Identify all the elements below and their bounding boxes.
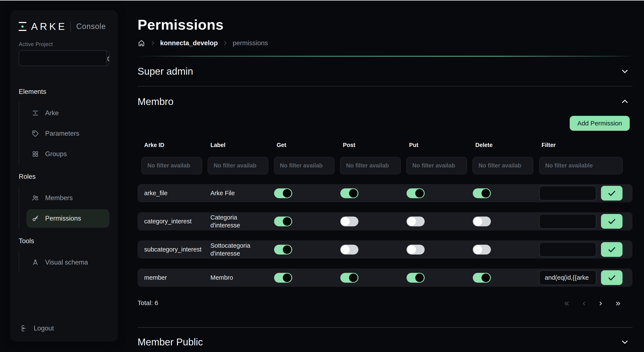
sidebar-group-elements: Arke Parameters Groups (19, 103, 110, 164)
column-filter-input (208, 157, 268, 174)
accordion-super-admin: Super admin (138, 57, 632, 86)
logout-button[interactable]: Logout (19, 324, 110, 332)
row-filter-input[interactable] (539, 186, 596, 201)
get-toggle[interactable] (274, 245, 292, 255)
sidebar-heading-elements: Elements (19, 88, 110, 96)
table-row: arke_file Arke File (138, 184, 632, 202)
row-label: Arke File (210, 189, 256, 197)
users-icon (32, 194, 39, 202)
column-header-arke-id: Arke ID (144, 142, 210, 148)
column-filter-input (142, 157, 202, 174)
row-arke-id: member (144, 274, 210, 281)
sidebar-item-label: Permissions (45, 215, 81, 222)
check-icon (607, 245, 616, 254)
sidebar-item-label: Groups (45, 150, 67, 158)
post-toggle[interactable] (340, 273, 358, 283)
table-row: member Membro (138, 269, 632, 287)
arke-mark-icon (32, 109, 39, 117)
row-arke-id: category_interest (144, 218, 210, 225)
post-toggle[interactable] (340, 217, 358, 226)
put-toggle[interactable] (406, 188, 425, 198)
put-toggle[interactable] (406, 217, 425, 226)
sidebar-heading-roles: Roles (19, 173, 110, 181)
first-page-button[interactable]: « (564, 299, 569, 307)
toggle-knob (341, 217, 350, 226)
table-toolbar: Add Permission (138, 116, 632, 131)
get-toggle[interactable] (274, 188, 292, 198)
get-toggle[interactable] (274, 273, 292, 283)
row-filter-input[interactable] (539, 242, 596, 257)
prev-page-button[interactable]: ‹ (583, 299, 586, 307)
row-filter-cell (539, 186, 632, 201)
copy-project-button[interactable] (106, 51, 110, 66)
brand-name: ARKE (31, 21, 67, 32)
toggle-knob (283, 189, 291, 198)
table-footer: Total: 6 «‹›» (138, 299, 632, 307)
brand-separator (70, 21, 71, 32)
put-toggle[interactable] (406, 245, 425, 255)
active-project-input[interactable] (19, 51, 106, 66)
row-filter-input[interactable] (539, 214, 596, 229)
sidebar-item-arke[interactable]: Arke (19, 103, 110, 123)
table-row: category_interest Categoria d'interesse (138, 212, 632, 230)
active-project-label: Active Project (19, 41, 110, 47)
delete-toggle[interactable] (473, 245, 491, 255)
delete-toggle[interactable] (473, 188, 491, 198)
delete-toggle[interactable] (473, 273, 491, 283)
sidebar-item-label: Arke (45, 109, 59, 117)
row-arke-id: subcategory_interest (144, 246, 210, 253)
sidebar-item-label: Parameters (45, 130, 79, 137)
post-toggle[interactable] (340, 188, 358, 198)
total-count: Total: 6 (138, 299, 158, 306)
toggle-knob (415, 273, 424, 282)
sidebar-item-parameters[interactable]: Parameters (19, 123, 110, 144)
logout-icon (20, 324, 28, 332)
toggle-knob (349, 189, 358, 198)
chevron-right-icon (222, 40, 228, 46)
column-header-put: Put (409, 142, 475, 148)
tag-icon (32, 130, 39, 137)
breadcrumb-project[interactable]: konnecta_develop (160, 39, 218, 47)
accordion-title: Membro (138, 96, 174, 107)
chevron-down-icon (620, 67, 630, 76)
row-filter-input[interactable] (539, 270, 596, 285)
breadcrumb-home[interactable] (138, 39, 145, 47)
accordion-header-super-admin[interactable]: Super admin (138, 57, 632, 86)
row-filter-cell (539, 242, 632, 257)
chevron-up-icon (620, 97, 630, 106)
sidebar-group-tools: Visual schema (19, 252, 110, 273)
column-filter-input (406, 157, 467, 174)
next-page-button[interactable]: › (599, 299, 602, 307)
accordion-member-public: Member Public (138, 328, 632, 348)
sidebar-item-groups[interactable]: Groups (19, 144, 110, 164)
toggle-knob (482, 273, 490, 282)
row-arke-id: arke_file (144, 190, 210, 197)
add-permission-button[interactable]: Add Permission (570, 116, 630, 131)
confirm-filter-button[interactable] (601, 270, 622, 285)
sidebar-item-permissions[interactable]: Permissions (26, 209, 110, 228)
row-label: Categoria d'interesse (210, 214, 256, 229)
post-toggle[interactable] (340, 245, 358, 255)
confirm-filter-button[interactable] (601, 214, 622, 229)
delete-toggle[interactable] (473, 217, 491, 226)
toggle-knob (349, 273, 358, 282)
get-toggle[interactable] (274, 217, 292, 226)
main-content: Permissions konnecta_develop permissions… (118, 0, 644, 352)
sidebar-item-visual-schema[interactable]: Visual schema (19, 252, 110, 273)
table-filter-row (138, 157, 632, 174)
brand-logo: ARKE Console (19, 21, 110, 32)
sidebar-item-members[interactable]: Members (19, 188, 110, 208)
accordion-header-member-public[interactable]: Member Public (138, 328, 632, 348)
toggle-knob (474, 217, 482, 226)
accordion-header-membro[interactable]: Membro (138, 86, 632, 107)
schema-compass-icon (32, 259, 39, 266)
breadcrumb: konnecta_develop permissions (138, 38, 632, 48)
pagination: «‹›» (564, 299, 620, 307)
put-toggle[interactable] (406, 273, 425, 283)
column-header-post: Post (343, 142, 409, 148)
last-page-button[interactable]: » (616, 299, 620, 307)
row-label: Sottocategoria d'interesse (210, 242, 256, 258)
confirm-filter-button[interactable] (601, 186, 622, 201)
page-title: Permissions (138, 17, 632, 33)
confirm-filter-button[interactable] (601, 242, 622, 257)
